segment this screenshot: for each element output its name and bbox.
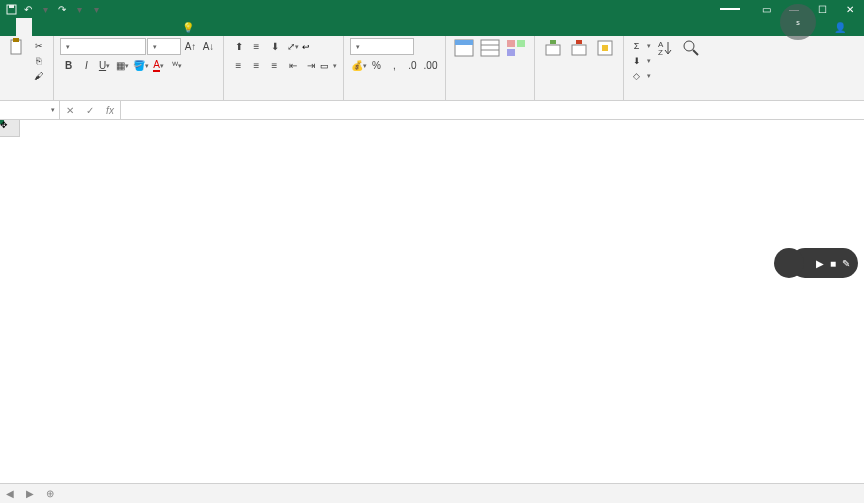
font-size-select[interactable]: ▾ [147,38,181,55]
svg-rect-15 [576,40,582,44]
cell-styles-button[interactable] [504,38,528,59]
fb-confirm-icon[interactable]: ✓ [80,101,100,119]
autosum-button[interactable]: Σ▾ [630,38,651,53]
italic-button[interactable]: I [78,57,95,74]
sort-filter-button[interactable]: AZ [653,38,677,59]
insert-cells-button[interactable] [541,38,565,59]
tab-insert[interactable] [32,18,48,36]
undo-dd[interactable]: ▾ [38,4,52,15]
tab-formulas[interactable] [64,18,80,36]
clear-button[interactable]: ◇▾ [630,68,651,83]
merge-button[interactable]: ▭▾ [320,61,337,71]
inc-decimal-icon[interactable]: .0 [404,57,421,74]
close-icon[interactable]: ✕ [836,0,864,18]
share-icon: 👤 [834,22,846,33]
save-icon[interactable] [4,4,18,15]
find-select-button[interactable] [679,38,703,59]
svg-rect-17 [602,45,608,51]
paste-button[interactable] [6,38,30,59]
tab-review[interactable] [96,18,112,36]
tell-me[interactable] [194,18,210,36]
dec-decimal-icon[interactable]: .00 [422,57,439,74]
table-format-button[interactable] [478,38,502,59]
border-button[interactable]: ▦▾ [114,57,131,74]
select-all-corner[interactable] [0,120,20,137]
tab-data[interactable] [80,18,96,36]
fill-button[interactable]: ⬇▾ [630,53,651,68]
orientation-icon[interactable]: ⤢▾ [284,38,301,55]
timer-badge: s [780,4,816,40]
wrap-button[interactable]: ↩ [302,42,312,52]
align-bot-icon[interactable]: ⬇ [266,38,283,55]
name-box[interactable]: ▾ [0,101,60,119]
cond-format-icon [454,38,474,58]
sigma-icon: Σ [630,38,643,53]
group-number [350,87,439,99]
cut-button[interactable]: ✂ [32,38,47,53]
format-cells-button[interactable] [593,38,617,59]
tab-dev[interactable] [128,18,144,36]
grow-font-icon[interactable]: A↑ [182,38,199,55]
tab-help[interactable] [144,18,160,36]
redo-dd[interactable]: ▾ [72,4,86,15]
painter-button[interactable]: 🖌 [32,68,47,83]
tab-powerpivot[interactable] [160,18,176,36]
phonetic-button[interactable]: ᵂ▾ [168,57,185,74]
brush-icon: 🖌 [32,68,45,83]
svg-rect-2 [11,40,21,54]
edit-icon[interactable]: ✎ [842,258,850,269]
fill-icon: ⬇ [630,53,643,68]
font-name-select[interactable]: ▾ [60,38,146,55]
svg-rect-9 [507,40,515,47]
cond-format-button[interactable] [452,38,476,59]
qa-more[interactable]: ▾ [89,4,103,15]
fb-cancel-icon[interactable]: ✕ [60,101,80,119]
percent-icon[interactable]: % [368,57,385,74]
delete-cells-button[interactable] [567,38,591,59]
cell-styles-icon [506,38,526,58]
align-left-icon[interactable]: ≡ [230,57,247,74]
underline-button[interactable]: U▾ [96,57,113,74]
align-right-icon[interactable]: ≡ [266,57,283,74]
svg-rect-5 [455,40,473,45]
align-top-icon[interactable]: ⬆ [230,38,247,55]
svg-rect-14 [572,45,586,55]
bold-button[interactable]: B [60,57,77,74]
recorder-widget[interactable]: ▶ ■ ✎ [790,248,858,278]
align-center-icon[interactable]: ≡ [248,57,265,74]
tab-layout[interactable] [48,18,64,36]
sheet-nav-next[interactable]: ▶ [20,488,40,499]
svg-rect-13 [550,40,556,44]
comma-icon[interactable]: , [386,57,403,74]
indent-inc-icon[interactable]: ⇥ [302,57,319,74]
fill-color-button[interactable]: 🪣▾ [132,57,149,74]
align-mid-icon[interactable]: ≡ [248,38,265,55]
svg-line-21 [693,50,698,55]
format-cells-icon [595,38,615,58]
sheet-nav-prev[interactable]: ◀ [0,488,20,499]
tab-view[interactable] [112,18,128,36]
group-align [230,87,337,99]
add-sheet-button[interactable]: ⊕ [40,488,60,499]
copy-button[interactable]: ⎘ [32,53,47,68]
login-button[interactable] [720,8,740,10]
merge-icon: ▭ [320,61,329,71]
ribbon-opts-icon[interactable]: ▭ [752,0,780,18]
svg-rect-3 [13,38,19,42]
shrink-font-icon[interactable]: A↓ [200,38,217,55]
sort-icon: AZ [655,38,675,58]
redo-icon[interactable]: ↷ [55,4,69,15]
number-format-select[interactable]: ▾ [350,38,414,55]
group-font [60,87,217,99]
svg-rect-1 [9,5,14,8]
play-icon[interactable]: ▶ [816,258,824,269]
font-color-button[interactable]: A▾ [150,57,167,74]
tab-home[interactable] [16,18,32,36]
tab-file[interactable] [0,18,16,36]
eraser-icon: ◇ [630,68,643,83]
indent-dec-icon[interactable]: ⇤ [284,57,301,74]
stop-icon[interactable]: ■ [830,258,836,269]
currency-icon[interactable]: 💰▾ [350,57,367,74]
undo-icon[interactable]: ↶ [21,4,35,15]
fx-icon[interactable]: fx [100,101,120,119]
